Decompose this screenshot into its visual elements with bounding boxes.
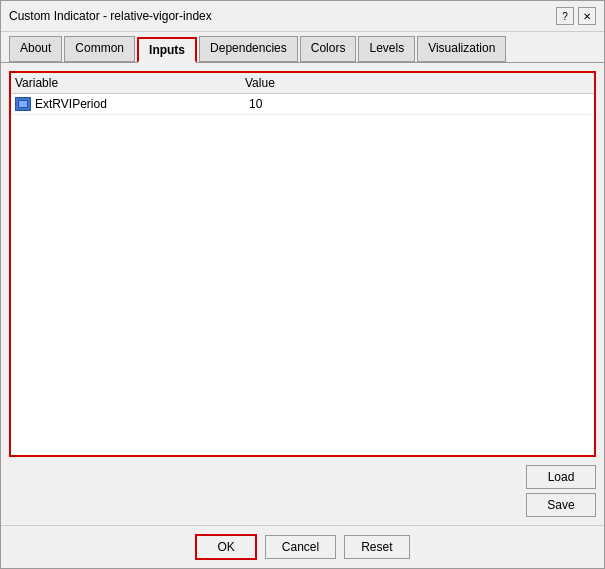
variable-value: 10 [249, 97, 590, 111]
tab-dependencies[interactable]: Dependencies [199, 36, 298, 62]
side-buttons: Load Save [526, 465, 596, 517]
footer: OK Cancel Reset [1, 525, 604, 568]
ok-button[interactable]: OK [195, 534, 256, 560]
save-button[interactable]: Save [526, 493, 596, 517]
variable-name: ExtRVIPeriod [35, 97, 249, 111]
help-button[interactable]: ? [556, 7, 574, 25]
column-header-value: Value [245, 76, 590, 90]
title-bar-buttons: ? ✕ [556, 7, 596, 25]
title-bar: Custom Indicator - relative-vigor-index … [1, 1, 604, 32]
tab-visualization[interactable]: Visualization [417, 36, 506, 62]
load-button[interactable]: Load [526, 465, 596, 489]
tab-bar: About Common Inputs Dependencies Colors … [1, 32, 604, 63]
bottom-section: Load Save [9, 457, 596, 517]
tab-levels[interactable]: Levels [358, 36, 415, 62]
tab-common[interactable]: Common [64, 36, 135, 62]
window-title: Custom Indicator - relative-vigor-index [9, 9, 212, 23]
column-header-variable: Variable [15, 76, 245, 90]
tab-about[interactable]: About [9, 36, 62, 62]
variable-icon-inner [18, 100, 28, 108]
close-button[interactable]: ✕ [578, 7, 596, 25]
table-header: Variable Value [11, 73, 594, 94]
tab-colors[interactable]: Colors [300, 36, 357, 62]
cancel-button[interactable]: Cancel [265, 535, 336, 559]
reset-button[interactable]: Reset [344, 535, 409, 559]
inputs-table-container: Variable Value ExtRVIPeriod 10 [9, 71, 596, 457]
variable-icon [15, 97, 31, 111]
content-area: Variable Value ExtRVIPeriod 10 Load Save [1, 63, 604, 525]
table-row[interactable]: ExtRVIPeriod 10 [11, 94, 594, 115]
tab-inputs[interactable]: Inputs [137, 37, 197, 63]
main-window: Custom Indicator - relative-vigor-index … [0, 0, 605, 569]
